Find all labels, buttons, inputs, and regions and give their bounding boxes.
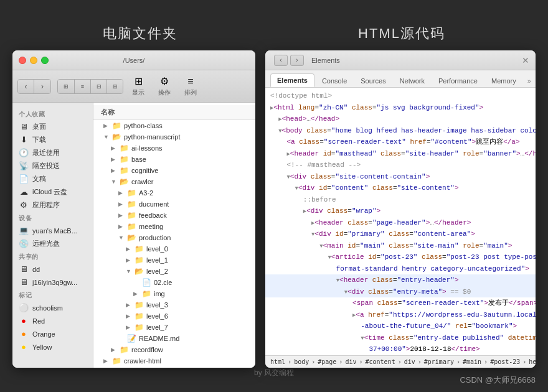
code-line-4[interactable]: ▼<body class="home blog hfeed has-header… [265,125,536,137]
breadcrumb-header[interactable]: header [529,358,536,365]
file-item-ai-lessons[interactable]: ▶📁ai-lessons [93,142,255,154]
devtools-more-tabs[interactable]: » [524,75,535,87]
file-item-level-1[interactable]: ▶📁level_1 [93,254,255,266]
sidebar-item-dvd[interactable]: 💿远程光盘 [14,237,92,250]
finder-toolbar: ‹ › ⊞ ≡ ⊟ ⊞ ⊞ 显示 ⚙ 操作 ≡ [12,70,255,103]
tab-sources[interactable]: Sources [354,75,392,87]
left-section-title: 电脑文件夹 [103,24,177,43]
code-line-16[interactable]: format-standard hentry category-uncatego… [265,263,536,275]
breadcrumb-main[interactable]: #main [463,358,481,365]
file-item-production[interactable]: ▼📂production [93,232,255,243]
sidebar-item-recents[interactable]: 🕐最近使用 [14,146,92,159]
file-item-meeting[interactable]: ▶📁meeting [93,221,255,232]
tab-elements[interactable]: Elements [270,73,314,87]
file-item-level-7[interactable]: ▶📁level_7 [93,322,255,333]
sidebar-item-downloads[interactable]: ⬇下载 [14,133,92,146]
sidebar-item-tag-schoolism[interactable]: ⚪schoolism [14,301,92,314]
tab-network[interactable]: Network [394,75,431,87]
tab-performance[interactable]: Performance [432,75,484,87]
sidebar-item-tag-yellow[interactable]: ●Yellow [14,340,92,353]
tab-console[interactable]: Console [316,75,353,87]
code-line-19[interactable]: <span class="screen-reader-text">发布于</sp… [265,297,536,309]
file-item-feedback[interactable]: ▶📁feedback [93,210,255,221]
breadcrumb-post23[interactable]: #post-23 [490,358,520,365]
action-button[interactable]: ⚙ 操作 [153,75,176,98]
file-item-recordflow[interactable]: ▶📁recordflow [93,344,255,355]
code-line-14[interactable]: ▼<main id="main" class="site-main" role=… [265,240,536,252]
code-line-20[interactable]: ▶<a href="https://wordpress-edu-3autumn.… [265,309,536,321]
code-line-18[interactable]: ▼<div class="entry-meta"> == $0 [265,286,536,298]
fullscreen-button[interactable] [41,57,49,64]
file-item-level-3[interactable]: ▶📁level_3 [93,299,255,310]
file-item-cognitive[interactable]: ▶📁cognitive [93,165,255,176]
file-item-crawler[interactable]: ▼📂crawler [93,176,255,187]
file-item-python-class[interactable]: ▶📁python-class [93,120,255,131]
sidebar-item-tag-red[interactable]: ●Red [14,314,92,327]
forward-button[interactable]: › [34,80,50,93]
code-line-5[interactable]: <a class="screen-reader-text" href="#con… [265,136,536,148]
code-line-21[interactable]: -about-the-future_04/" rel="bookmark"> [265,320,536,332]
devtools-back-button[interactable]: ‹ [274,55,288,66]
code-line-9[interactable]: ▼<div id="content" class="site-content"> [265,182,536,194]
code-line-8[interactable]: ▼<div class="site-content-contain"> [265,171,536,183]
finder-sidebar: 个人收藏 🖥桌面 ⬇下载 🕐最近使用 📡隔空投送 📄文稿 ☁iCloud 云盘 … [12,103,93,368]
breadcrumb-primary[interactable]: #primary [424,358,454,365]
gallery-view-button[interactable]: ⊞ [106,80,123,93]
breadcrumb-page[interactable]: #page [318,358,336,365]
sidebar-item-documents[interactable]: 📄文稿 [14,172,92,185]
shared-section-title: 共享的 [12,250,93,263]
file-item-img[interactable]: ▶📁img [93,288,255,299]
file-item-python-manuscript[interactable]: ▼📂python-manuscript [93,131,255,142]
sort-button[interactable]: ≡ 排列 [179,75,202,98]
sidebar-item-icloud[interactable]: ☁iCloud 云盘 [14,185,92,198]
code-line-23[interactable]: 37+00:00">2018-12-18</time> [265,343,536,355]
code-line-11[interactable]: ▶<div class="wrap"> [265,205,536,217]
file-item-base[interactable]: ▶📁base [93,154,255,165]
file-item-a3-2[interactable]: ▶📁A3-2 [93,187,255,198]
right-section-title: HTML源代码 [358,24,445,43]
code-line-15[interactable]: ▼<article id="post-23" class="post-23 po… [265,251,536,263]
sidebar-item-applications[interactable]: ⚙应用程序 [14,198,92,212]
file-item-level-2[interactable]: ▼📂level_2 [93,266,255,277]
file-item-level-6[interactable]: ▶📁level_6 [93,310,255,322]
code-line-22[interactable]: ▼<time class="entry-date published" date… [265,332,536,344]
file-item-readme[interactable]: ▶📝README.md [93,333,255,344]
breadcrumb-div2[interactable]: div [404,358,415,365]
code-line-2[interactable]: ▶<html lang="zh-CN" class="js svg backgr… [265,102,536,114]
breadcrumb-body[interactable]: body [294,358,309,365]
code-line-7[interactable]: <!-- #masthead --> [265,159,536,171]
file-item-document[interactable]: ▶📁document [93,366,255,368]
breadcrumb-html[interactable]: html [270,358,285,365]
code-line-12[interactable]: ▶<header class="page-header">…</header> [265,217,536,229]
minimize-button[interactable] [30,57,37,64]
code-line-6[interactable]: ▶<header id="masthead" class="site-heade… [265,148,536,160]
sidebar-item-j16[interactable]: 🖥j16lyin3q9gw... [14,276,92,289]
devices-section-title: 设备 [12,212,93,224]
sidebar-item-dd[interactable]: 🖥dd [14,263,92,276]
devtools-panel: ‹ › Elements ✕ Elements Console Sources … [265,50,536,368]
close-button[interactable] [19,57,26,64]
devtools-forward-button[interactable]: › [290,55,304,66]
display-button[interactable]: ⊞ 显示 [127,75,149,98]
list-view-button[interactable]: ≡ [74,80,90,93]
file-item-crawler-html[interactable]: ▶📁crawler-html [93,355,255,366]
back-button[interactable]: ‹ [18,80,34,93]
file-item-02cle[interactable]: ▶📄02.cle [93,277,255,288]
file-item-ducument[interactable]: ▶📁ducument [93,198,255,210]
sidebar-item-airdrop[interactable]: 📡隔空投送 [14,159,92,172]
devtools-close-button[interactable]: ✕ [522,55,529,65]
code-line-17[interactable]: ▼<header class="entry-header"> [265,274,536,286]
sidebar-item-macbook[interactable]: 💻yuan's MacB... [14,224,92,237]
code-line-3[interactable]: ▶<head>…</head> [265,113,536,125]
code-line-10[interactable]: ::before [265,194,536,206]
breadcrumb-div[interactable]: div [345,358,356,365]
column-view-button[interactable]: ⊟ [90,80,106,93]
file-item-level-0[interactable]: ▶📁level_0 [93,243,255,254]
code-line-13[interactable]: ▼<div id="primary" class="content-area"> [265,228,536,240]
sidebar-item-desktop[interactable]: 🖥桌面 [14,120,92,133]
breadcrumb-content[interactable]: #content [365,358,395,365]
icon-view-button[interactable]: ⊞ [58,80,74,93]
tab-memory[interactable]: Memory [485,75,522,87]
sidebar-item-tag-orange[interactable]: ●Orange [14,327,92,340]
code-line-1[interactable]: <!doctype html> [265,90,536,102]
